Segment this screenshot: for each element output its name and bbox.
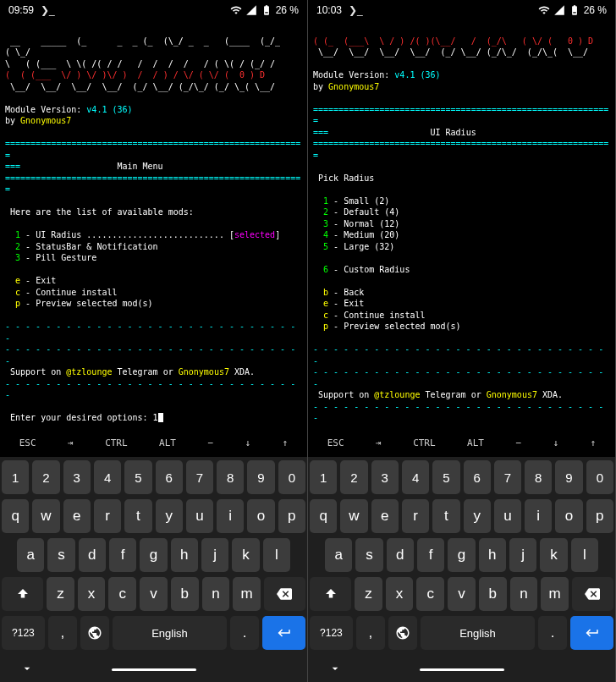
- key-f[interactable]: f: [417, 538, 444, 572]
- key-t[interactable]: t: [432, 499, 459, 533]
- key-8[interactable]: 8: [525, 460, 552, 494]
- key-o[interactable]: o: [555, 499, 582, 533]
- up-key[interactable]: ↑: [278, 434, 294, 452]
- comma-key[interactable]: ,: [356, 616, 385, 650]
- key-v[interactable]: v: [140, 577, 168, 611]
- shift-key[interactable]: [310, 577, 351, 611]
- key-i[interactable]: i: [217, 499, 244, 533]
- key-s[interactable]: s: [355, 538, 382, 572]
- key-b[interactable]: b: [479, 577, 507, 611]
- key-1[interactable]: 1: [310, 460, 337, 494]
- key-9[interactable]: 9: [247, 460, 274, 494]
- nav-pill[interactable]: [112, 668, 196, 671]
- key-g[interactable]: g: [140, 538, 167, 572]
- space-key[interactable]: English: [113, 616, 228, 650]
- nav-pill[interactable]: [420, 668, 504, 671]
- nav-down-icon[interactable]: [328, 662, 342, 678]
- ctrl-key[interactable]: CTRL: [100, 434, 133, 452]
- key-r[interactable]: r: [402, 499, 429, 533]
- tab-key[interactable]: ⇥: [63, 434, 79, 452]
- key-0[interactable]: 0: [278, 460, 305, 494]
- key-h[interactable]: h: [479, 538, 506, 572]
- key-l[interactable]: l: [263, 538, 290, 572]
- key-g[interactable]: g: [448, 538, 475, 572]
- key-7[interactable]: 7: [186, 460, 213, 494]
- key-y[interactable]: y: [156, 499, 183, 533]
- shift-key[interactable]: [2, 577, 43, 611]
- key-d[interactable]: d: [387, 538, 414, 572]
- key-n[interactable]: n: [510, 577, 538, 611]
- up-key[interactable]: ↑: [586, 434, 602, 452]
- key-k[interactable]: k: [232, 538, 259, 572]
- period-key[interactable]: .: [230, 616, 259, 650]
- key-t[interactable]: t: [124, 499, 151, 533]
- key-h[interactable]: h: [171, 538, 198, 572]
- key-1[interactable]: 1: [2, 460, 29, 494]
- key-c[interactable]: c: [416, 577, 444, 611]
- alt-key[interactable]: ALT: [154, 434, 181, 452]
- key-f[interactable]: f: [109, 538, 136, 572]
- symbols-key[interactable]: ?123: [2, 616, 45, 650]
- alt-key[interactable]: ALT: [462, 434, 489, 452]
- enter-key[interactable]: [262, 616, 305, 650]
- down-key[interactable]: ↓: [547, 434, 564, 452]
- key-z[interactable]: z: [47, 577, 74, 611]
- key-m[interactable]: m: [233, 577, 261, 611]
- key-i[interactable]: i: [525, 499, 552, 533]
- space-key[interactable]: English: [421, 616, 536, 650]
- key-v[interactable]: v: [448, 577, 476, 611]
- backspace-key[interactable]: [572, 577, 613, 611]
- key-n[interactable]: n: [202, 577, 230, 611]
- language-key[interactable]: [388, 616, 417, 650]
- key-u[interactable]: u: [186, 499, 213, 533]
- key-p[interactable]: p: [278, 499, 305, 533]
- key-e[interactable]: e: [63, 499, 91, 533]
- key-5[interactable]: 5: [124, 460, 151, 494]
- backspace-key[interactable]: [264, 577, 305, 611]
- key-2[interactable]: 2: [340, 460, 367, 494]
- key-4[interactable]: 4: [402, 460, 429, 494]
- key-d[interactable]: d: [79, 538, 106, 572]
- key-k[interactable]: k: [540, 538, 567, 572]
- minus-key[interactable]: −: [202, 434, 218, 452]
- key-9[interactable]: 9: [555, 460, 582, 494]
- key-b[interactable]: b: [171, 577, 199, 611]
- period-key[interactable]: .: [538, 616, 567, 650]
- key-y[interactable]: y: [464, 499, 491, 533]
- key-4[interactable]: 4: [94, 460, 121, 494]
- key-u[interactable]: u: [494, 499, 521, 533]
- key-o[interactable]: o: [247, 499, 274, 533]
- key-0[interactable]: 0: [586, 460, 613, 494]
- key-l[interactable]: l: [571, 538, 598, 572]
- minus-key[interactable]: −: [510, 434, 526, 452]
- terminal-output[interactable]: ( (_ (___\ \ / ) /( )(\__/ / (_/\ ( \/ (…: [308, 20, 615, 428]
- key-m[interactable]: m: [541, 577, 569, 611]
- key-a[interactable]: a: [325, 538, 352, 572]
- down-key[interactable]: ↓: [239, 434, 256, 452]
- symbols-key[interactable]: ?123: [310, 616, 353, 650]
- comma-key[interactable]: ,: [48, 616, 77, 650]
- key-j[interactable]: j: [201, 538, 228, 572]
- key-w[interactable]: w: [340, 499, 367, 533]
- key-a[interactable]: a: [17, 538, 44, 572]
- key-s[interactable]: s: [47, 538, 74, 572]
- key-3[interactable]: 3: [63, 460, 91, 494]
- key-3[interactable]: 3: [371, 460, 399, 494]
- key-2[interactable]: 2: [32, 460, 59, 494]
- key-x[interactable]: x: [78, 577, 106, 611]
- key-5[interactable]: 5: [432, 460, 459, 494]
- esc-key[interactable]: ESC: [322, 434, 349, 452]
- key-r[interactable]: r: [94, 499, 121, 533]
- nav-down-icon[interactable]: [20, 662, 34, 678]
- key-q[interactable]: q: [310, 499, 337, 533]
- ctrl-key[interactable]: CTRL: [408, 434, 441, 452]
- key-c[interactable]: c: [108, 577, 136, 611]
- key-6[interactable]: 6: [464, 460, 491, 494]
- key-w[interactable]: w: [32, 499, 59, 533]
- key-6[interactable]: 6: [156, 460, 183, 494]
- key-x[interactable]: x: [386, 577, 414, 611]
- tab-key[interactable]: ⇥: [371, 434, 387, 452]
- enter-key[interactable]: [570, 616, 613, 650]
- terminal-output[interactable]: __ _____ (_ _ _ (_ (\_/ _ _ (____ (_/_ (…: [0, 20, 307, 428]
- key-z[interactable]: z: [355, 577, 382, 611]
